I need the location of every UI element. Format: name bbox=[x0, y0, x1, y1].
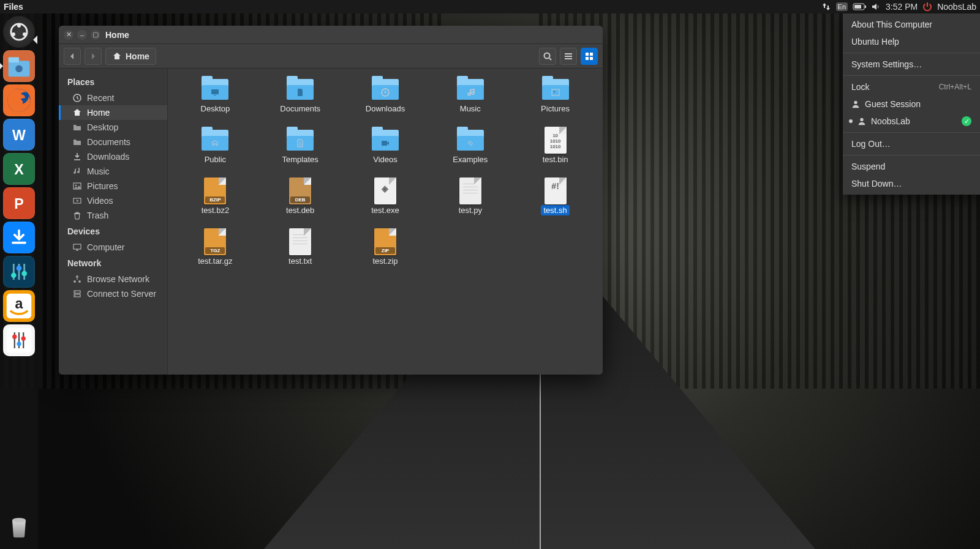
session-username[interactable]: NoobsLab bbox=[937, 2, 976, 12]
folder-templates[interactable]: Templates bbox=[260, 125, 341, 166]
sidebar-item-browse-network[interactable]: Browse Network bbox=[59, 272, 167, 286]
check-icon: ✓ bbox=[962, 116, 971, 126]
item-label: Videos bbox=[373, 155, 398, 164]
folder-examples[interactable]: Examples bbox=[430, 125, 510, 166]
menu-suspend[interactable]: Suspend bbox=[843, 158, 980, 175]
launcher-excel[interactable]: X bbox=[3, 153, 35, 185]
launcher-powerpoint[interactable]: P bbox=[3, 187, 35, 219]
keyboard-layout-indicator[interactable]: En bbox=[836, 2, 848, 11]
menu-about-computer[interactable]: About This Computer bbox=[843, 16, 980, 33]
top-menubar: Files En 3:52 PM NoobsLab bbox=[0, 0, 980, 13]
svg-point-56 bbox=[860, 118, 863, 121]
file-test-zip[interactable]: ZIPtest.zip bbox=[345, 227, 426, 268]
sidebar-item-label: Home bbox=[87, 108, 110, 118]
svg-point-27 bbox=[21, 337, 26, 341]
file-test-txt[interactable]: test.txt bbox=[260, 227, 341, 268]
folder-icon bbox=[457, 79, 484, 100]
path-home-button[interactable]: Home bbox=[105, 48, 156, 65]
file-test-deb[interactable]: DEBtest.deb bbox=[260, 176, 341, 217]
file-test-sh[interactable]: #!test.sh bbox=[515, 176, 595, 217]
menu-guest-session[interactable]: Guest Session bbox=[843, 95, 980, 113]
menu-separator bbox=[843, 155, 980, 155]
view-grid-button[interactable] bbox=[581, 48, 598, 65]
menu-lock[interactable]: LockCtrl+Alt+L bbox=[843, 78, 980, 95]
search-button[interactable] bbox=[539, 48, 556, 65]
battery-indicator-icon[interactable] bbox=[853, 3, 866, 10]
sidebar-item-recent[interactable]: Recent bbox=[59, 91, 167, 105]
launcher-trash[interactable] bbox=[3, 510, 35, 542]
launcher-amazon[interactable]: a bbox=[3, 290, 35, 322]
sidebar-item-label: Recent bbox=[87, 93, 114, 103]
app-menu-name[interactable]: Files bbox=[4, 2, 23, 12]
clock[interactable]: 3:52 PM bbox=[886, 2, 918, 12]
sidebar-item-home[interactable]: Home bbox=[59, 105, 167, 120]
folder-documents[interactable]: Documents bbox=[260, 75, 341, 116]
view-list-button[interactable] bbox=[560, 48, 577, 65]
folder-public[interactable]: Public bbox=[175, 125, 255, 166]
sidebar-item-trash[interactable]: Trash bbox=[59, 208, 167, 223]
launcher-dash[interactable] bbox=[3, 16, 35, 48]
launcher-firefox[interactable] bbox=[3, 84, 35, 116]
file-test-bin[interactable]: 1010101010test.bin bbox=[515, 125, 595, 166]
window-maximize-button[interactable]: ▢ bbox=[91, 30, 100, 40]
launcher-settings-tool[interactable] bbox=[3, 324, 35, 356]
menu-current-user[interactable]: NoobsLab ✓ bbox=[843, 113, 980, 130]
file-test-exe[interactable]: ◈test.exe bbox=[345, 176, 426, 217]
nav-back-button[interactable] bbox=[64, 48, 81, 65]
power-icon[interactable] bbox=[922, 2, 932, 12]
launcher-files[interactable] bbox=[3, 50, 35, 82]
file-icon: ZIP bbox=[374, 228, 396, 255]
sidebar-item-label: Documents bbox=[87, 137, 130, 147]
window-minimize-button[interactable]: – bbox=[77, 30, 87, 40]
menu-shut-down[interactable]: Shut Down… bbox=[843, 175, 980, 192]
svg-rect-36 bbox=[590, 57, 593, 60]
svg-point-53 bbox=[553, 91, 554, 92]
sidebar-item-desktop[interactable]: Desktop bbox=[59, 120, 167, 135]
folder-music[interactable]: Music bbox=[430, 75, 510, 116]
svg-rect-1 bbox=[854, 5, 861, 9]
file-test-tar-gz[interactable]: TGZtest.tar.gz bbox=[175, 227, 255, 268]
svg-point-6 bbox=[23, 32, 26, 36]
folder-videos[interactable]: Videos bbox=[345, 125, 426, 166]
menu-separator bbox=[843, 75, 980, 76]
sidebar-item-music[interactable]: Music bbox=[59, 164, 167, 179]
file-test-py[interactable]: test.py bbox=[430, 176, 510, 217]
folder-pictures[interactable]: Pictures bbox=[515, 75, 595, 116]
item-label: Examples bbox=[453, 155, 488, 164]
window-close-button[interactable]: ✕ bbox=[64, 30, 74, 40]
sidebar-item-videos[interactable]: Videos bbox=[59, 193, 167, 208]
menu-log-out[interactable]: Log Out… bbox=[843, 135, 980, 152]
svg-rect-31 bbox=[565, 56, 572, 57]
menu-ubuntu-help[interactable]: Ubuntu Help bbox=[843, 33, 980, 50]
content-area[interactable]: DesktopDocumentsDownloadsMusicPicturesPu… bbox=[168, 69, 603, 375]
item-label: Public bbox=[205, 155, 226, 164]
launcher-mixer[interactable] bbox=[3, 256, 35, 288]
path-label: Home bbox=[126, 51, 149, 61]
svg-point-28 bbox=[12, 518, 26, 522]
sidebar-item-label: Downloads bbox=[87, 152, 129, 162]
sidebar-item-pictures[interactable]: Pictures bbox=[59, 179, 167, 193]
folder-icon bbox=[287, 79, 314, 100]
nav-forward-button[interactable] bbox=[85, 48, 102, 65]
window-titlebar[interactable]: ✕ – ▢ Home bbox=[59, 26, 603, 44]
network-indicator-icon[interactable] bbox=[821, 2, 831, 12]
sidebar-item-connect-to-server[interactable]: Connect to Server bbox=[59, 286, 167, 301]
svg-point-39 bbox=[75, 185, 77, 187]
sidebar-item-downloads[interactable]: Downloads bbox=[59, 149, 167, 164]
sidebar-item-label: Computer bbox=[87, 242, 124, 252]
sidebar-item-label: Browse Network bbox=[87, 274, 149, 284]
folder-icon bbox=[457, 130, 484, 151]
svg-rect-33 bbox=[586, 53, 589, 56]
menu-system-settings[interactable]: System Settings… bbox=[843, 56, 980, 73]
sidebar-item-computer[interactable]: Computer bbox=[59, 240, 167, 255]
sidebar-item-documents[interactable]: Documents bbox=[59, 135, 167, 149]
window-title: Home bbox=[105, 30, 129, 40]
folder-desktop[interactable]: Desktop bbox=[175, 75, 255, 116]
folder-downloads[interactable]: Downloads bbox=[345, 75, 426, 116]
file-test-bz2[interactable]: BZIPtest.bz2 bbox=[175, 176, 255, 217]
sound-indicator-icon[interactable] bbox=[871, 2, 881, 12]
launcher-download[interactable] bbox=[3, 222, 35, 253]
svg-point-9 bbox=[15, 65, 23, 73]
launcher-word[interactable]: W bbox=[3, 119, 35, 151]
svg-rect-49 bbox=[211, 89, 219, 94]
